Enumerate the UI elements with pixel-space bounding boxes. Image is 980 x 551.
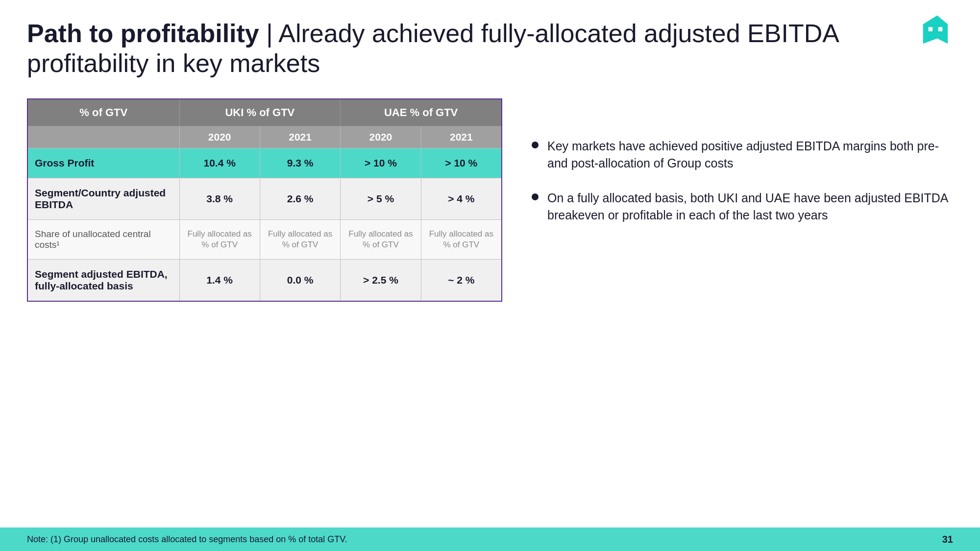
segment-fully-label: Segment adjusted EBITDA, fully-allocated… [27, 259, 179, 301]
bullets-section: Key markets have achieved positive adjus… [532, 98, 953, 302]
gross-profit-uae-2020: > 10 % [341, 148, 421, 178]
uki-year-2020: 2020 [179, 126, 260, 148]
bullet-list: Key markets have achieved positive adjus… [532, 138, 953, 224]
bullet-item-1: Key markets have achieved positive adjus… [532, 138, 953, 172]
bullet-item-2: On a fully allocated basis, both UKI and… [532, 190, 953, 224]
company-logo [918, 14, 953, 49]
segment-ebitda-uae-2020: > 5 % [341, 178, 421, 219]
segment-fully-uki-2021: 0.0 % [260, 259, 340, 301]
gross-profit-uae-2021: > 10 % [421, 148, 502, 178]
page-header: Path to profitability | Already achieved… [0, 0, 980, 89]
bullet-dot-1 [532, 142, 539, 148]
empty-year-cell [27, 126, 179, 148]
page-footer: Note: (1) Group unallocated costs alloca… [0, 527, 980, 551]
segment-fully-row: Segment adjusted EBITDA, fully-allocated… [27, 259, 502, 301]
profitability-table: % of GTV UKI % of GTV UAE % of GTV 2020 … [27, 98, 502, 302]
main-content: % of GTV UKI % of GTV UAE % of GTV 2020 … [0, 89, 980, 302]
gross-profit-uki-2020: 10.4 % [179, 148, 260, 178]
table-section: % of GTV UKI % of GTV UAE % of GTV 2020 … [27, 98, 502, 302]
uae-year-2020: 2020 [341, 126, 421, 148]
segment-ebitda-uki-2021: 2.6 % [260, 178, 340, 219]
gross-profit-label: Gross Profit [27, 148, 179, 178]
svg-rect-3 [938, 27, 943, 31]
segment-ebitda-uki-2020: 3.8 % [179, 178, 260, 219]
unallocated-uae-2020: Fully allocated as % of GTV [341, 219, 421, 259]
uae-header: UAE % of GTV [341, 99, 502, 126]
unallocated-uki-2021: Fully allocated as % of GTV [260, 219, 340, 259]
segment-fully-uae-2020: > 2.5 % [341, 259, 421, 301]
svg-rect-2 [929, 27, 933, 31]
bullet-dot-2 [532, 193, 539, 200]
bullet-text-1: Key markets have achieved positive adjus… [547, 138, 953, 172]
segment-ebitda-label: Segment/Country adjusted EBITDA [27, 178, 179, 219]
bullet-text-2: On a fully allocated basis, both UKI and… [547, 190, 953, 224]
page-number: 31 [942, 534, 953, 545]
gross-profit-uki-2021: 9.3 % [260, 148, 340, 178]
segment-ebitda-row: Segment/Country adjusted EBITDA 3.8 % 2.… [27, 178, 502, 219]
uki-header: UKI % of GTV [179, 99, 341, 126]
unallocated-uki-2020: Fully allocated as % of GTV [179, 219, 260, 259]
unallocated-row: Share of unallocated central costs¹ Full… [27, 219, 502, 259]
gross-profit-row: Gross Profit 10.4 % 9.3 % > 10 % > 10 % [27, 148, 502, 178]
uki-year-2021: 2021 [260, 126, 340, 148]
title-bold: Path to profitability [27, 19, 259, 48]
segment-ebitda-uae-2021: > 4 % [421, 178, 502, 219]
unallocated-label: Share of unallocated central costs¹ [27, 219, 179, 259]
segment-fully-uae-2021: ~ 2 % [421, 259, 502, 301]
table-label-header: % of GTV [27, 99, 179, 126]
footer-note: Note: (1) Group unallocated costs alloca… [27, 534, 347, 545]
unallocated-uae-2021: Fully allocated as % of GTV [421, 219, 502, 259]
uae-year-2021: 2021 [421, 126, 502, 148]
page-title: Path to profitability | Already achieved… [27, 19, 953, 79]
segment-fully-uki-2020: 1.4 % [179, 259, 260, 301]
